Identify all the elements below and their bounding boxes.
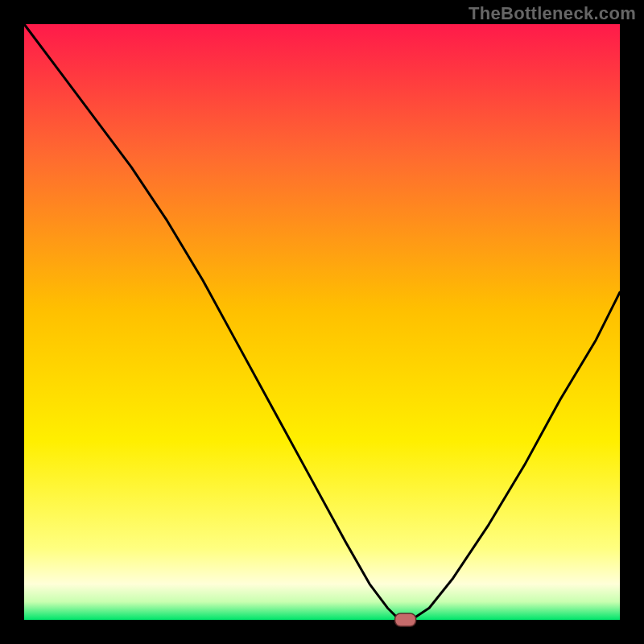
watermark-text: TheBottleneck.com: [469, 3, 636, 24]
chart-frame: { "watermark": "TheBottleneck.com", "col…: [0, 0, 644, 644]
plot-background: [24, 24, 620, 620]
optimum-marker: [395, 613, 416, 626]
bottleneck-chart: [0, 0, 644, 644]
